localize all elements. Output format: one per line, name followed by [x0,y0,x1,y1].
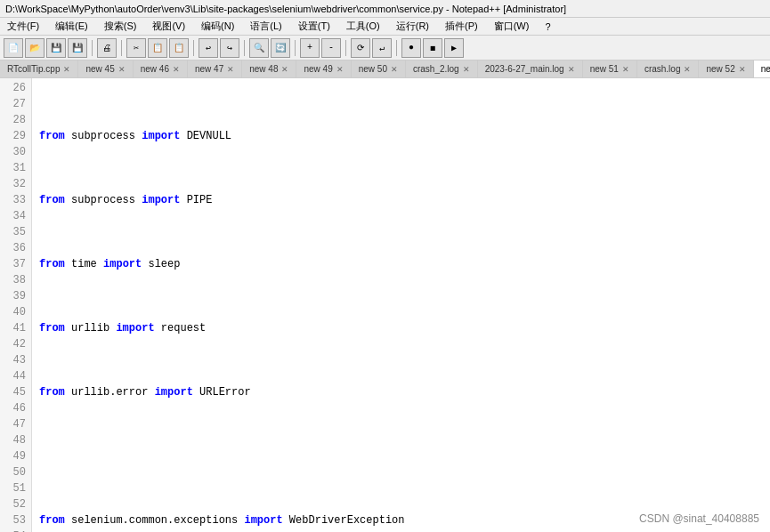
tb-cut[interactable]: ✂ [126,38,146,58]
tab-new50[interactable]: new 50 ✕ [352,60,406,77]
tab-new47[interactable]: new 47 ✕ [188,60,242,77]
tab-new45[interactable]: new 45 ✕ [78,60,133,77]
kw-from-32: from [39,512,65,528]
menu-file[interactable]: 文件(F) [4,19,43,34]
menu-search[interactable]: 搜索(S) [101,19,141,34]
kw-import-28: import [103,256,142,272]
line-num-43: 43 [4,352,26,368]
line-num-37: 37 [4,256,26,272]
kw-from-29: from [39,320,65,336]
kw-from-26: from [39,128,65,144]
menu-run[interactable]: 运行(R) [393,19,433,34]
line-num-34: 34 [4,208,26,224]
toolbar: 📄 📂 💾 💾 🖨 ✂ 📋 📋 ↩ ↪ 🔍 🔄 + - ⟳ ↵ ● ◼ ▶ [0,36,770,60]
title-bar: D:\WorkSpace\MyPython\autoOrder\venv3\Li… [0,0,770,18]
menu-settings[interactable]: 设置(T) [295,19,334,34]
tb-sync[interactable]: ⟳ [351,38,370,58]
kw-import-26: import [142,128,180,144]
tb-replace[interactable]: 🔄 [271,38,290,58]
tab-crash-log[interactable]: crash.log ✕ [637,60,700,77]
tab-bar: RTcollTip.cpp ✕ new 45 ✕ new 46 ✕ new 47… [0,60,770,78]
line-num-33: 33 [4,192,26,208]
tab-close[interactable]: ✕ [622,65,629,74]
line-num-48: 48 [4,432,26,448]
tb-sep2 [121,40,122,56]
tab-close[interactable]: ✕ [463,65,470,74]
menu-language[interactable]: 语言(L) [247,19,285,34]
tb-redo[interactable]: ↪ [220,38,239,58]
tb-wrap[interactable]: ↵ [372,38,392,58]
tb-run[interactable]: ▶ [444,38,464,58]
tb-zoom-out[interactable]: - [321,38,341,58]
tab-new48[interactable]: new 48 ✕ [242,60,296,77]
tab-new51[interactable]: new 51 ✕ [583,60,637,77]
tab-close[interactable]: ✕ [568,65,575,74]
line-num-54: 54 [4,528,26,532]
tab-close[interactable]: ✕ [391,65,398,74]
tab-new53[interactable]: new 53 ✕ [754,60,770,77]
tb-macro2[interactable]: ◼ [423,38,442,58]
tab-close[interactable]: ✕ [63,65,70,74]
tab-new52[interactable]: new 52 ✕ [699,60,753,77]
tb-zoom-in[interactable]: + [300,38,320,58]
tb-open[interactable]: 📂 [25,38,45,58]
menu-plugins[interactable]: 插件(P) [442,19,482,34]
tab-close[interactable]: ✕ [227,65,234,74]
line-num-40: 40 [4,304,26,320]
line-num-35: 35 [4,224,26,240]
menu-window[interactable]: 窗口(W) [490,19,533,34]
tab-close[interactable]: ✕ [739,65,746,74]
line-num-53: 53 [4,512,26,528]
tab-close[interactable]: ✕ [173,65,180,74]
code-line-29: from urllib import request [39,320,763,336]
line-num-38: 38 [4,272,26,288]
menu-edit[interactable]: 编辑(E) [52,19,92,34]
line-num-44: 44 [4,368,26,384]
line-num-36: 36 [4,240,26,256]
tab-close[interactable]: ✕ [118,65,126,74]
code-line-28: from time import sleep [39,256,763,272]
kw-from-28: from [39,256,65,272]
kw-from-30: from [39,384,65,400]
line-num-42: 42 [4,336,26,352]
tab-main-log[interactable]: 2023-6-27_main.log ✕ [478,60,583,77]
tab-close[interactable]: ✕ [281,65,288,74]
tab-new49[interactable]: new 49 ✕ [296,60,351,77]
kw-import-29: import [116,320,154,336]
tb-sep4 [244,40,245,56]
tb-copy[interactable]: 📋 [148,38,167,58]
code-line-27: from subprocess import PIPE [39,192,763,208]
tb-paste[interactable]: 📋 [169,38,189,58]
line-num-49: 49 [4,448,26,464]
tab-crash2[interactable]: crash_2.log ✕ [406,60,478,77]
watermark: CSDN @sinat_40408885 [639,512,759,525]
line-num-27: 27 [4,96,26,112]
tb-saveall[interactable]: 💾 [68,38,87,58]
menu-encoding[interactable]: 编码(N) [198,19,238,34]
tab-new46[interactable]: new 46 ✕ [134,60,188,77]
line-num-51: 51 [4,480,26,496]
tb-print[interactable]: 🖨 [97,38,117,58]
tb-macro[interactable]: ● [401,38,421,58]
title-text: D:\WorkSpace\MyPython\autoOrder\venv3\Li… [5,4,566,14]
tab-close[interactable]: ✕ [336,65,344,74]
code-content[interactable]: from subprocess import DEVNULL from subp… [32,78,770,532]
menu-tools[interactable]: 工具(O) [343,19,384,34]
line-numbers: 26 27 28 29 30 31 32 33 34 35 36 37 38 3… [0,78,32,532]
line-num-29: 29 [4,128,26,144]
tb-new[interactable]: 📄 [4,38,23,58]
tab-close[interactable]: ✕ [684,65,691,74]
menu-help[interactable]: ? [541,20,554,33]
tab-rtcolltip[interactable]: RTcollTip.cpp ✕ [0,60,78,77]
tb-undo[interactable]: ↩ [199,38,218,58]
line-num-52: 52 [4,496,26,512]
tb-sep7 [396,40,397,56]
line-num-46: 46 [4,400,26,416]
line-num-45: 45 [4,384,26,400]
tb-find[interactable]: 🔍 [249,38,269,58]
menu-view[interactable]: 视图(V) [149,19,189,34]
kw-import-30: import [155,384,193,400]
tb-save[interactable]: 💾 [46,38,66,58]
line-num-26: 26 [4,80,26,96]
line-num-41: 41 [4,320,26,336]
